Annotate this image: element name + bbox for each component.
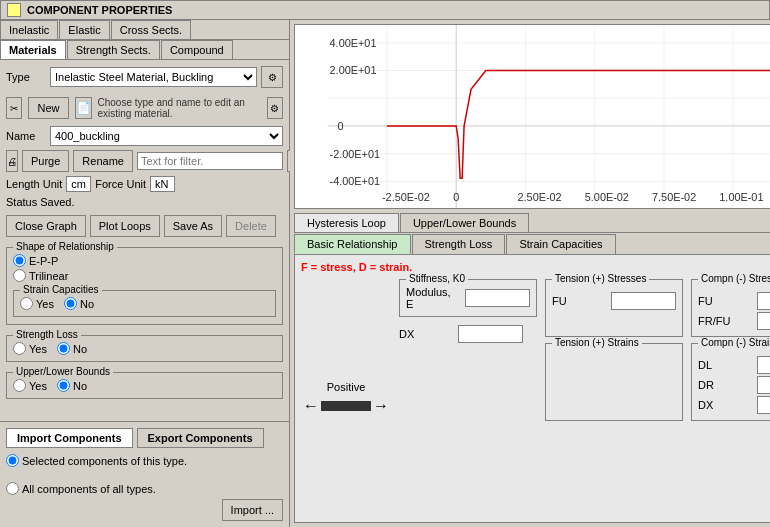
strength-no-radio[interactable] bbox=[57, 342, 70, 355]
length-unit-value: cm bbox=[66, 176, 91, 192]
svg-text:0: 0 bbox=[453, 191, 459, 203]
right-tab-row-2: Basic Relationship Strength Loss Strain … bbox=[294, 234, 770, 255]
tab-row-1: Inelastic Elastic Cross Sects. bbox=[0, 20, 289, 40]
dx-input[interactable]: 0.1 bbox=[458, 325, 523, 343]
import-option2-label[interactable]: All components of all types. bbox=[6, 482, 283, 495]
print-icon[interactable]: 🖨 bbox=[6, 150, 18, 172]
upper-lower-no[interactable]: No bbox=[57, 379, 87, 392]
scissors-icon[interactable]: ✂ bbox=[6, 97, 22, 119]
strength-yes-radio[interactable] bbox=[13, 342, 26, 355]
new-hint: Choose type and name to edit an existing… bbox=[98, 97, 261, 119]
upper-lower-no-radio[interactable] bbox=[57, 379, 70, 392]
filter-row: 🖨 Purge Rename Filter bbox=[6, 150, 283, 172]
bar-body bbox=[321, 401, 371, 411]
tab-elastic[interactable]: Elastic bbox=[59, 20, 109, 39]
shape-epp-radio[interactable] bbox=[13, 254, 26, 267]
new-hint-icon[interactable]: ⚙ bbox=[267, 97, 283, 119]
rename-button[interactable]: Rename bbox=[73, 150, 133, 172]
new-btn-area: ✂ New 📄 Choose type and name to edit an … bbox=[6, 94, 283, 122]
tab-strength-loss[interactable]: Strength Loss bbox=[412, 234, 506, 254]
tab-upper-lower-bounds[interactable]: Upper/Lower Bounds bbox=[400, 213, 529, 232]
upper-lower-yes[interactable]: Yes bbox=[13, 379, 47, 392]
new-button[interactable]: New bbox=[28, 97, 68, 119]
compn-dl-label: DL bbox=[698, 359, 753, 371]
compn-frfu-row: FR/FU 0.2 bbox=[698, 312, 770, 330]
tab-basic-relationship[interactable]: Basic Relationship bbox=[294, 234, 411, 254]
compn-frfu-input[interactable]: 0.2 bbox=[757, 312, 770, 330]
positive-area: Positive ← → bbox=[301, 279, 391, 516]
tab-row-2: Materials Strength Sects. Compound bbox=[0, 40, 289, 60]
strain-cap-group: Strain Capacities Yes No bbox=[13, 290, 276, 317]
status-label: Status bbox=[6, 196, 37, 208]
import-option1-radio[interactable] bbox=[6, 454, 19, 467]
tension-stress-area: Tension (+) Stresses FU 46.8 bbox=[545, 279, 683, 337]
import-button[interactable]: Import ... bbox=[222, 499, 283, 521]
tab-materials[interactable]: Materials bbox=[0, 40, 66, 59]
bottom-import: Import Components Export Components Sele… bbox=[0, 421, 289, 527]
right-tabs-container: Hysteresis Loop Upper/Lower Bounds Basic… bbox=[294, 213, 770, 523]
shape-trilinear-radio[interactable] bbox=[13, 269, 26, 282]
name-label: Name bbox=[6, 130, 46, 142]
strain-row: Tension (+) Strains Compn (-) Strains DL… bbox=[545, 343, 770, 421]
save-as-button[interactable]: Save As bbox=[164, 215, 222, 237]
modulus-input[interactable]: 20000 bbox=[465, 289, 530, 307]
strain-cap-no[interactable]: No bbox=[64, 297, 94, 310]
tab-inelastic[interactable]: Inelastic bbox=[0, 20, 58, 39]
strength-loss-title: Strength Loss bbox=[13, 329, 81, 340]
import-option1-label[interactable]: Selected components of this type. bbox=[6, 454, 283, 467]
tab-cross-sects[interactable]: Cross Sects. bbox=[111, 20, 191, 39]
type-select[interactable]: Inelastic Steel Material, Buckling bbox=[50, 67, 257, 87]
purge-button[interactable]: Purge bbox=[22, 150, 69, 172]
tab-strength-sects[interactable]: Strength Sects. bbox=[67, 40, 160, 59]
tension-fu-row: FU 46.8 bbox=[552, 292, 676, 310]
right-tab-row-1: Hysteresis Loop Upper/Lower Bounds bbox=[294, 213, 770, 233]
compn-dl-input[interactable]: 0.003 bbox=[757, 356, 770, 374]
upper-lower-yes-radio[interactable] bbox=[13, 379, 26, 392]
stiffness-area: Stiffness, K0 Modulus, E 20000 bbox=[399, 279, 537, 317]
import-tabs: Import Components Export Components bbox=[6, 428, 283, 448]
shape-epp[interactable]: E-P-P bbox=[13, 254, 58, 267]
right-fields: Tension (+) Stresses FU 46.8 Compn (-) S… bbox=[545, 279, 770, 516]
compn-stress-title: Compn (-) Stresses bbox=[698, 273, 770, 284]
close-graph-button[interactable]: Close Graph bbox=[6, 215, 86, 237]
name-select[interactable]: 400_buckling bbox=[50, 126, 283, 146]
tab-strain-capacities[interactable]: Strain Capacities bbox=[506, 234, 615, 254]
compn-dr-label: DR bbox=[698, 379, 753, 391]
compn-dx-input[interactable]: 0.02 bbox=[757, 396, 770, 414]
shape-group: Shape of Relationship E-P-P Trilinear bbox=[6, 247, 283, 325]
strain-cap-title: Strain Capacities bbox=[20, 284, 102, 295]
strain-cap-no-radio[interactable] bbox=[64, 297, 77, 310]
import-option2-radio[interactable] bbox=[6, 482, 19, 495]
compn-strain-title: Compn (-) Strains bbox=[698, 337, 770, 348]
export-tab[interactable]: Export Components bbox=[137, 428, 264, 448]
import-tab[interactable]: Import Components bbox=[6, 428, 133, 448]
tension-strain-title: Tension (+) Strains bbox=[552, 337, 642, 348]
chart-area: 4.00E+01 2.00E+01 0 -2.00E+01 -4.00E+01 … bbox=[294, 24, 770, 209]
strength-no[interactable]: No bbox=[57, 342, 87, 355]
right-panel: 4.00E+01 2.00E+01 0 -2.00E+01 -4.00E+01 … bbox=[290, 20, 770, 527]
right-content: F = stress, D = strain. Positive ← → bbox=[294, 255, 770, 523]
strain-cap-yes-radio[interactable] bbox=[20, 297, 33, 310]
tab-compound[interactable]: Compound bbox=[161, 40, 233, 59]
svg-text:5.00E-02: 5.00E-02 bbox=[585, 191, 629, 203]
type-icon-btn[interactable]: ⚙ bbox=[261, 66, 283, 88]
title-text: COMPONENT PROPERTIES bbox=[27, 4, 172, 16]
main-container: COMPONENT PROPERTIES Inelastic Elastic C… bbox=[0, 0, 770, 527]
new-doc-icon[interactable]: 📄 bbox=[75, 97, 92, 119]
compn-dr-input[interactable]: 0.005 bbox=[757, 376, 770, 394]
strength-yes[interactable]: Yes bbox=[13, 342, 47, 355]
arrow-left-icon: ← bbox=[303, 397, 319, 415]
strain-cap-yes[interactable]: Yes bbox=[20, 297, 54, 310]
tension-fu-input[interactable]: 46.8 bbox=[611, 292, 676, 310]
delete-button[interactable]: Delete bbox=[226, 215, 276, 237]
force-unit-value: kN bbox=[150, 176, 175, 192]
content-area: Inelastic Elastic Cross Sects. Materials… bbox=[0, 20, 770, 527]
modulus-row: Modulus, E 20000 bbox=[406, 286, 530, 310]
shape-trilinear[interactable]: Trilinear bbox=[13, 269, 68, 282]
plot-loops-button[interactable]: Plot Loops bbox=[90, 215, 160, 237]
compn-fu-input[interactable]: 40 bbox=[757, 292, 770, 310]
tab-hysteresis-loop[interactable]: Hysteresis Loop bbox=[294, 213, 399, 232]
filter-input[interactable] bbox=[137, 152, 283, 170]
left-col: Stiffness, K0 Modulus, E 20000 DX 0.1 bbox=[399, 279, 537, 516]
length-unit-label: Length Unit bbox=[6, 178, 62, 190]
